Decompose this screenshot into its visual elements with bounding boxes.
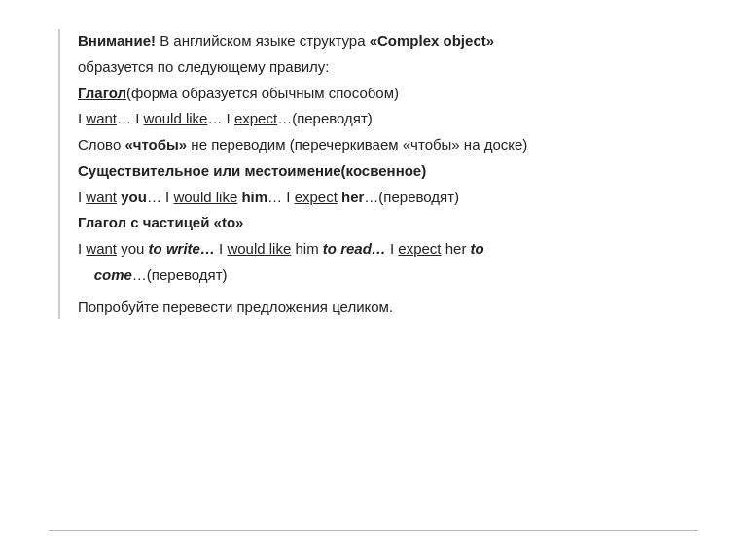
attention-label: Внимание! (78, 32, 156, 49)
chtoby: «чтобы» (124, 136, 187, 153)
bottom-divider (49, 530, 698, 531)
to-read: to read… (323, 240, 386, 257)
expect-2: expect (295, 189, 338, 205)
to-write: to write… (149, 240, 215, 257)
line-glagol: Глагол(форма образуется обычным способом… (78, 82, 698, 106)
want-1: want (86, 110, 117, 126)
content-block: Внимание! В английском языке структура «… (58, 29, 698, 319)
glagol-s-chasticey: Глагол с частицей «to» (78, 214, 243, 230)
slovo-text: Слово (78, 136, 124, 153)
line-forms: I want… I would like… I expect…(переводя… (78, 107, 698, 131)
would-like-3: would like (227, 240, 291, 257)
her-bold: her (341, 189, 364, 205)
expect-3: expect (398, 240, 441, 257)
would-like-1: would like (144, 110, 208, 126)
line-slovo: Слово «чтобы» не переводим (перечеркивае… (78, 133, 698, 158)
complex-object: «Complex object» (370, 32, 494, 49)
sushchestvitelnoe: Существительное или местоимение(косвенно… (78, 162, 426, 179)
attention-text: В английском языке структура (156, 32, 370, 49)
line-attention2: образуется по следующему правилу: (78, 55, 698, 80)
line-sushch: Существительное или местоимение(косвенно… (78, 159, 698, 184)
line-to1: I want you to write… I would like him to… (78, 237, 698, 262)
him-bold: him (241, 189, 267, 205)
want-2: want (86, 189, 117, 205)
to-come: to (471, 240, 484, 257)
want-3: want (86, 240, 117, 257)
attention-text2: образуется по следующему правилу: (78, 58, 329, 75)
glagol-label: Глагол (78, 85, 126, 101)
page: Внимание! В английском языке структура «… (0, 0, 747, 560)
line-to2: come…(переводят) (78, 263, 698, 288)
would-like-2: would like (173, 189, 237, 205)
line-glagol-to: Глагол с частицей «to» (78, 211, 698, 235)
glagol-text: (форма образуется обычным способом) (126, 85, 399, 101)
line-pronouns: I want you… I would like him… I expect h… (78, 186, 698, 210)
line-poprobuite: Попробуйте перевести предложения целиком… (78, 296, 698, 320)
slovo-text2: не переводим (перечеркиваем «чтобы» на д… (187, 136, 527, 153)
poprobuite-text: Попробуйте перевести предложения целиком… (78, 298, 393, 315)
come: come (94, 266, 132, 283)
line-attention: Внимание! В английском языке структура «… (78, 29, 698, 53)
you-bold: you (121, 189, 147, 205)
expect-1: expect (234, 110, 277, 126)
